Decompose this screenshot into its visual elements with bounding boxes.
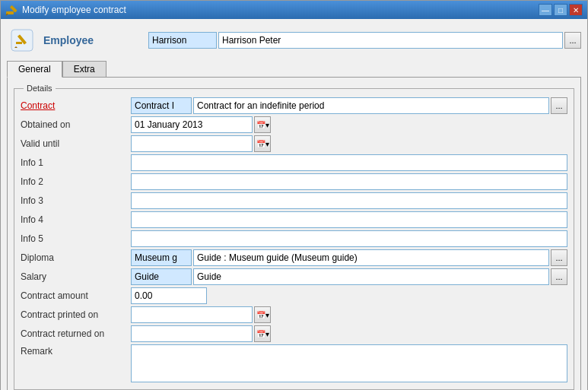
info2-controls xyxy=(131,173,567,190)
contract-printed-controls: 📅▾ xyxy=(131,306,567,323)
employee-fields: ... xyxy=(148,32,581,49)
maximize-button[interactable]: □ xyxy=(554,4,567,16)
info3-controls xyxy=(131,192,567,209)
employee-firstname-input[interactable] xyxy=(148,32,217,49)
diploma-desc-input[interactable] xyxy=(193,249,549,266)
tabs: General Extra xyxy=(7,60,581,77)
info5-controls xyxy=(131,230,567,247)
main-window: Modify employee contract — □ ✕ Employee xyxy=(0,0,588,390)
info1-row: Info 1 xyxy=(21,154,567,171)
tab-extra[interactable]: Extra xyxy=(62,61,106,78)
contract-amount-label: Contract amount xyxy=(21,290,131,301)
contract-printed-calendar-button[interactable]: 📅▾ xyxy=(254,306,271,323)
info4-row: Info 4 xyxy=(21,211,567,228)
info2-label: Info 2 xyxy=(21,176,131,187)
title-bar: Modify employee contract — □ ✕ xyxy=(1,1,587,19)
info3-input[interactable] xyxy=(131,192,567,209)
valid-until-label: Valid until xyxy=(21,138,131,149)
obtained-on-calendar-button[interactable]: 📅▾ xyxy=(254,116,271,133)
diploma-code-input[interactable] xyxy=(131,249,192,266)
info1-controls xyxy=(131,154,567,171)
valid-until-controls: 📅▾ xyxy=(131,135,567,152)
salary-browse-button[interactable]: ... xyxy=(551,268,567,285)
details-legend: Details xyxy=(24,84,56,93)
info4-controls xyxy=(131,211,567,228)
calendar-icon: 📅 xyxy=(256,311,265,319)
minimize-button[interactable]: — xyxy=(539,4,552,16)
info5-row: Info 5 xyxy=(21,230,567,247)
contract-label[interactable]: Contract xyxy=(21,100,131,111)
employee-row: Employee ... xyxy=(7,25,581,55)
contract-browse-button[interactable]: ... xyxy=(551,97,567,114)
valid-until-input[interactable] xyxy=(131,135,253,152)
info4-input[interactable] xyxy=(131,211,567,228)
tab-general[interactable]: General xyxy=(7,61,62,78)
calendar-icon: 📅 xyxy=(256,140,265,148)
svg-rect-4 xyxy=(16,42,22,44)
info3-label: Info 3 xyxy=(21,195,131,206)
remark-controls xyxy=(131,344,567,382)
diploma-row: Diploma ... xyxy=(21,249,567,266)
contract-printed-row: Contract printed on 📅▾ xyxy=(21,306,567,323)
details-fieldset: Details Contract ... Obtained on xyxy=(14,84,574,390)
remark-textarea[interactable] xyxy=(131,344,567,382)
contract-code-input[interactable] xyxy=(131,97,192,114)
contract-amount-controls xyxy=(131,287,567,304)
employee-fullname-input[interactable] xyxy=(218,32,563,49)
info2-input[interactable] xyxy=(131,173,567,190)
contract-returned-calendar-button[interactable]: 📅▾ xyxy=(254,325,271,342)
window-content: Employee ... General Extra Details Contr… xyxy=(1,19,587,390)
tab-content: Details Contract ... Obtained on xyxy=(7,77,581,390)
info1-input[interactable] xyxy=(131,154,567,171)
contract-controls: ... xyxy=(131,97,567,114)
contract-amount-row: Contract amount xyxy=(21,287,567,304)
info4-label: Info 4 xyxy=(21,214,131,225)
remark-row: Remark xyxy=(21,344,567,382)
diploma-controls: ... xyxy=(131,249,567,266)
contract-printed-label: Contract printed on xyxy=(21,309,131,320)
calendar-icon: 📅 xyxy=(256,121,265,129)
employee-icon xyxy=(7,25,37,55)
salary-code-input[interactable] xyxy=(131,268,192,285)
contract-returned-controls: 📅▾ xyxy=(131,325,567,342)
valid-until-calendar-button[interactable]: 📅▾ xyxy=(254,135,271,152)
valid-until-row: Valid until 📅▾ xyxy=(21,135,567,152)
title-bar-left: Modify employee contract xyxy=(5,4,126,16)
contract-desc-input[interactable] xyxy=(193,97,549,114)
info5-label: Info 5 xyxy=(21,233,131,244)
contract-row: Contract ... xyxy=(21,97,567,114)
obtained-on-row: Obtained on 📅▾ xyxy=(21,116,567,133)
info5-input[interactable] xyxy=(131,230,567,247)
calendar-icon: 📅 xyxy=(256,330,265,338)
info3-row: Info 3 xyxy=(21,192,567,209)
contract-returned-input[interactable] xyxy=(131,325,253,342)
diploma-browse-button[interactable]: ... xyxy=(551,249,567,266)
obtained-on-input[interactable] xyxy=(131,116,253,133)
obtained-on-label: Obtained on xyxy=(21,119,131,130)
contract-returned-row: Contract returned on 📅▾ xyxy=(21,325,567,342)
contract-amount-input[interactable] xyxy=(131,287,207,304)
salary-row: Salary ... xyxy=(21,268,567,285)
contract-printed-input[interactable] xyxy=(131,306,253,323)
salary-desc-input[interactable] xyxy=(193,268,549,285)
diploma-label: Diploma xyxy=(21,252,131,263)
employee-label: Employee xyxy=(43,34,142,46)
remark-label: Remark xyxy=(21,344,131,357)
window-title: Modify employee contract xyxy=(22,5,126,15)
contract-returned-label: Contract returned on xyxy=(21,328,131,339)
info2-row: Info 2 xyxy=(21,173,567,190)
employee-browse-button[interactable]: ... xyxy=(564,32,581,49)
salary-label: Salary xyxy=(21,271,131,282)
general-panel: Details Contract ... Obtained on xyxy=(14,84,574,390)
salary-controls: ... xyxy=(131,268,567,285)
info1-label: Info 1 xyxy=(21,157,131,168)
window-close-button[interactable]: ✕ xyxy=(569,4,583,16)
window-icon xyxy=(5,4,17,16)
title-bar-buttons: — □ ✕ xyxy=(539,4,583,16)
obtained-on-controls: 📅▾ xyxy=(131,116,567,133)
